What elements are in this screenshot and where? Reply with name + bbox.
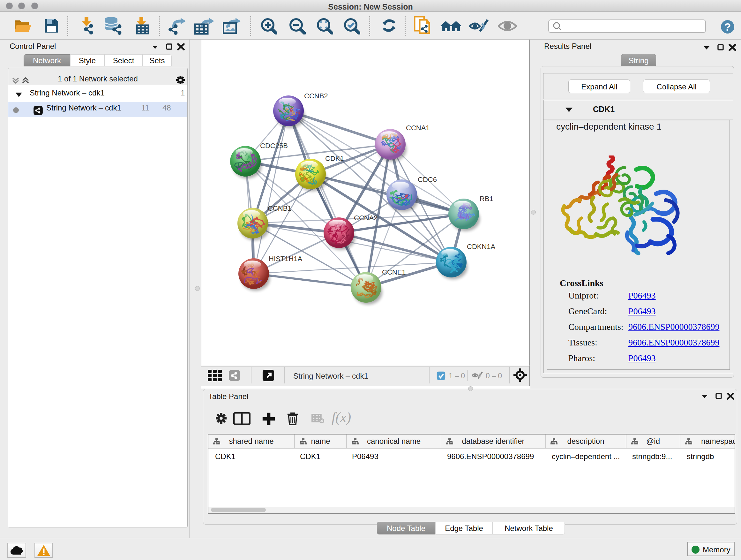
svg-text:CDKN1A: CDKN1A <box>467 243 495 251</box>
svg-text:CDC6: CDC6 <box>418 176 437 184</box>
svg-text:CCNA1: CCNA1 <box>406 124 430 132</box>
svg-text:CCNA2: CCNA2 <box>354 214 378 222</box>
svg-text:CCNE1: CCNE1 <box>382 268 406 276</box>
svg-text:CCNB1: CCNB1 <box>268 204 292 212</box>
svg-text:HIST1H1A: HIST1H1A <box>269 255 302 263</box>
svg-text:CDC25B: CDC25B <box>260 142 288 150</box>
svg-text:CDK1: CDK1 <box>325 154 344 163</box>
svg-text:RB1: RB1 <box>480 195 493 203</box>
svg-text:CCNB2: CCNB2 <box>304 92 328 100</box>
